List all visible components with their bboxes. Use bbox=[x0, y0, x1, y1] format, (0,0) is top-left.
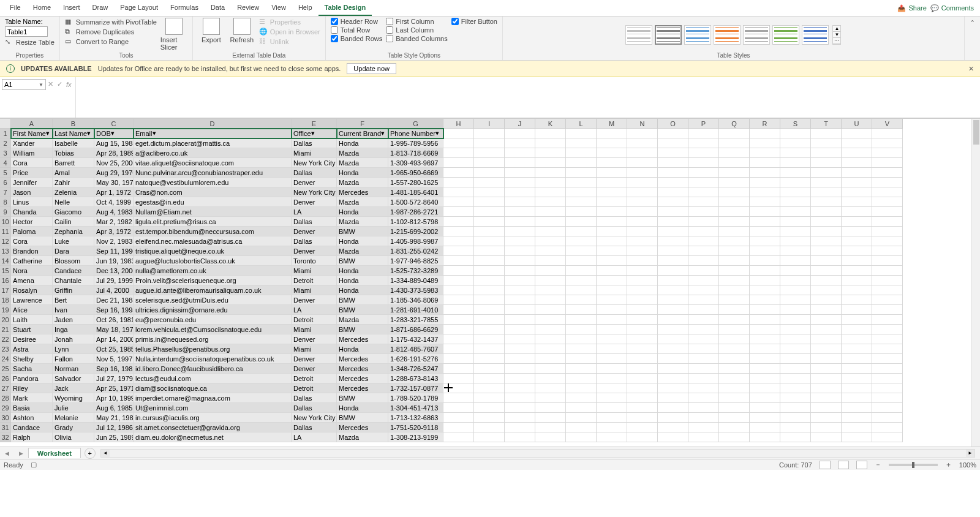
cell[interactable] bbox=[443, 129, 474, 138]
cell[interactable] bbox=[535, 129, 566, 138]
cell[interactable]: 1-304-451-4713 bbox=[388, 403, 443, 413]
cell[interactable] bbox=[688, 432, 719, 442]
cell[interactable]: Toronto bbox=[292, 256, 337, 266]
cell[interactable] bbox=[597, 266, 627, 276]
cell[interactable]: Jun 19, 1983 bbox=[94, 256, 134, 266]
cell[interactable] bbox=[811, 276, 842, 285]
cell[interactable]: 1-831-255-0242 bbox=[388, 246, 443, 256]
cell[interactable]: Candace bbox=[53, 266, 94, 276]
cell[interactable] bbox=[688, 374, 719, 383]
cell[interactable]: Honda bbox=[337, 138, 388, 148]
cell[interactable] bbox=[535, 266, 566, 276]
row-header[interactable]: 11 bbox=[0, 227, 11, 236]
cell[interactable]: Apr 3, 1972 bbox=[94, 227, 134, 236]
cell[interactable] bbox=[811, 383, 842, 393]
header-row-check[interactable]: Header Row bbox=[331, 18, 383, 25]
cell[interactable] bbox=[535, 354, 566, 364]
cell[interactable] bbox=[658, 256, 688, 266]
fx-button[interactable]: fx bbox=[66, 81, 72, 88]
cell[interactable] bbox=[505, 325, 535, 334]
cell[interactable] bbox=[719, 266, 750, 276]
cell[interactable] bbox=[719, 197, 750, 207]
cell[interactable] bbox=[811, 423, 842, 432]
cell[interactable] bbox=[658, 158, 688, 168]
column-header[interactable]: Q bbox=[719, 119, 750, 129]
cell[interactable] bbox=[872, 138, 903, 148]
cell[interactable] bbox=[719, 148, 750, 158]
cell[interactable] bbox=[811, 197, 842, 207]
cell[interactable] bbox=[474, 344, 505, 354]
cell[interactable]: Mercedes bbox=[337, 383, 388, 393]
filter-dropdown-button[interactable]: ▾ bbox=[111, 129, 115, 137]
cell[interactable] bbox=[505, 432, 535, 442]
cell[interactable] bbox=[627, 246, 658, 256]
row-header[interactable]: 4 bbox=[0, 158, 11, 168]
cell[interactable] bbox=[474, 197, 505, 207]
cell[interactable] bbox=[750, 158, 780, 168]
zoom-level[interactable]: 100% bbox=[959, 461, 976, 469]
cell[interactable] bbox=[443, 266, 474, 276]
cell[interactable] bbox=[872, 432, 903, 442]
cell[interactable] bbox=[842, 246, 872, 256]
cell[interactable] bbox=[842, 305, 872, 315]
cell[interactable]: Aug 15, 1988 bbox=[94, 138, 134, 148]
cell[interactable]: Xander bbox=[11, 138, 53, 148]
cell[interactable] bbox=[566, 148, 597, 158]
cell[interactable] bbox=[627, 423, 658, 432]
cell[interactable]: Apr 10, 1999 bbox=[94, 393, 134, 403]
cell[interactable] bbox=[658, 325, 688, 334]
cell[interactable] bbox=[597, 178, 627, 187]
chevron-down-icon[interactable]: ▼ bbox=[39, 82, 43, 88]
cell[interactable] bbox=[872, 246, 903, 256]
cell[interactable]: Dallas bbox=[292, 236, 337, 246]
cell[interactable] bbox=[627, 432, 658, 442]
cell[interactable] bbox=[443, 383, 474, 393]
summarize-pivot-button[interactable]: ▦Summarize with PivotTable bbox=[65, 18, 157, 26]
cell[interactable]: Denver bbox=[292, 354, 337, 364]
cell[interactable]: 1-732-157-0877 bbox=[388, 383, 443, 393]
cell[interactable] bbox=[811, 138, 842, 148]
cell[interactable] bbox=[750, 432, 780, 442]
cell[interactable] bbox=[474, 374, 505, 383]
cell[interactable] bbox=[443, 325, 474, 334]
cell[interactable]: Nunc.pulvinar.arcu@conubianostraper.edu bbox=[134, 168, 292, 178]
cell[interactable]: Inga bbox=[53, 325, 94, 334]
cell[interactable]: Oct 26, 1981 bbox=[94, 315, 134, 325]
cell[interactable] bbox=[443, 138, 474, 148]
cell[interactable] bbox=[780, 129, 811, 138]
cell[interactable] bbox=[474, 187, 505, 197]
tab-insert[interactable]: Insert bbox=[57, 0, 86, 16]
cell[interactable] bbox=[474, 138, 505, 148]
cell[interactable] bbox=[872, 403, 903, 413]
cell[interactable]: Nov 2, 1983 bbox=[94, 236, 134, 246]
cell[interactable] bbox=[627, 256, 658, 266]
cell[interactable]: 1-102-812-5798 bbox=[388, 217, 443, 227]
column-header[interactable]: U bbox=[842, 119, 872, 129]
cell[interactable]: 1-995-789-5956 bbox=[388, 138, 443, 148]
cell[interactable] bbox=[658, 423, 688, 432]
cell[interactable] bbox=[474, 256, 505, 266]
cell[interactable]: Brandon bbox=[11, 246, 53, 256]
cell[interactable] bbox=[658, 148, 688, 158]
cell[interactable] bbox=[688, 383, 719, 393]
cell[interactable] bbox=[811, 374, 842, 383]
cell[interactable] bbox=[627, 158, 658, 168]
cell[interactable]: sit.amet.consectetuer@gravida.org bbox=[134, 423, 292, 432]
cell[interactable] bbox=[750, 305, 780, 315]
cell[interactable]: 1-789-520-1789 bbox=[388, 393, 443, 403]
row-header[interactable]: 12 bbox=[0, 236, 11, 246]
cell[interactable]: Denver bbox=[292, 246, 337, 256]
cell[interactable]: Mercedes bbox=[337, 374, 388, 383]
cell[interactable] bbox=[811, 344, 842, 354]
cell[interactable] bbox=[658, 432, 688, 442]
cell[interactable] bbox=[688, 423, 719, 432]
cell[interactable] bbox=[688, 344, 719, 354]
cell[interactable] bbox=[535, 383, 566, 393]
table-style-swatch[interactable] bbox=[625, 25, 652, 45]
cell[interactable]: Phone Number▾ bbox=[388, 129, 443, 138]
cell[interactable]: First Name▾ bbox=[11, 129, 53, 138]
cell[interactable] bbox=[780, 325, 811, 334]
cell[interactable] bbox=[750, 364, 780, 374]
cell[interactable] bbox=[474, 178, 505, 187]
cell[interactable] bbox=[719, 334, 750, 344]
